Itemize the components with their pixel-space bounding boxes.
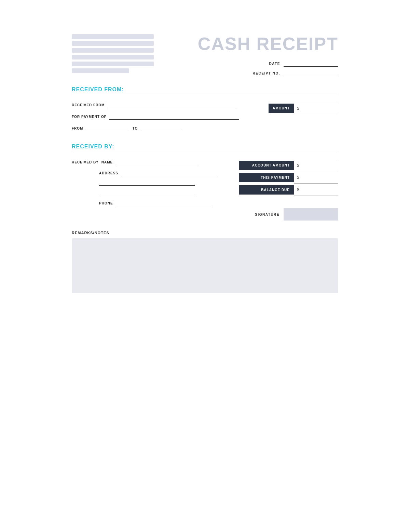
payment-summary: ACCOUNT AMOUNT $ THIS PAYMENT $ BALANCE … xyxy=(239,159,338,196)
received-by-name-row: RECEIVED BY NAME xyxy=(72,159,217,165)
company-line-5 xyxy=(72,62,154,66)
address-input-3[interactable] xyxy=(99,189,195,195)
address-input-2[interactable] xyxy=(99,179,195,186)
name-inner: NAME xyxy=(101,159,197,165)
signature-box[interactable] xyxy=(284,208,338,221)
account-currency: $ xyxy=(297,163,299,168)
for-payment-label: FOR PAYMENT OF xyxy=(72,115,107,119)
account-amount-row: ACCOUNT AMOUNT $ xyxy=(239,159,338,171)
company-info-lines xyxy=(72,34,154,73)
to-input[interactable] xyxy=(142,125,183,131)
remarks-label: REMARKS/NOTES xyxy=(72,231,338,235)
received-from-label: RECEIVED FROM xyxy=(72,103,105,107)
received-by-left-fields: RECEIVED BY NAME ADDRESS PHONE xyxy=(72,159,217,206)
to-label: TO xyxy=(132,127,138,130)
received-from-input[interactable] xyxy=(107,102,237,108)
received-from-fields: RECEIVED FROM FOR PAYMENT OF FROM TO xyxy=(72,102,255,131)
amount-box: AMOUNT $ xyxy=(269,102,338,114)
company-line-3 xyxy=(72,48,154,53)
amount-currency: $ xyxy=(297,106,299,111)
account-amount-label: ACCOUNT AMOUNT xyxy=(239,161,294,170)
receipt-page: CASH RECEIPT DATE RECEIPT NO. RECEIVED F… xyxy=(51,21,359,307)
receipt-no-input[interactable] xyxy=(284,70,338,76)
receipt-no-label: RECEIPT NO. xyxy=(253,71,280,75)
phone-input[interactable] xyxy=(116,200,211,206)
received-by-label: RECEIVED BY xyxy=(72,160,99,164)
company-line-2 xyxy=(72,41,154,46)
this-payment-row: THIS PAYMENT $ xyxy=(239,171,338,184)
received-from-field: RECEIVED FROM xyxy=(72,102,255,108)
address-rows: ADDRESS xyxy=(99,170,217,195)
this-payment-value[interactable]: $ xyxy=(294,171,338,184)
balance-due-label: BALANCE DUE xyxy=(239,185,294,195)
signature-row: SIGNATURE xyxy=(255,208,338,221)
received-from-heading: RECEIVED FROM: xyxy=(72,87,124,92)
from-input[interactable] xyxy=(87,125,128,131)
date-input[interactable] xyxy=(284,61,338,67)
signature-label: SIGNATURE xyxy=(255,213,279,216)
date-field-row: DATE xyxy=(269,61,338,67)
from-to-row: FROM TO xyxy=(72,125,255,131)
company-line-1 xyxy=(72,34,154,39)
name-input[interactable] xyxy=(115,159,197,165)
address-input-1[interactable] xyxy=(121,170,217,176)
received-from-content: RECEIVED FROM FOR PAYMENT OF FROM TO AMO… xyxy=(72,102,338,131)
name-label: NAME xyxy=(101,160,113,164)
balance-currency: $ xyxy=(297,187,299,192)
phone-label: PHONE xyxy=(99,201,113,205)
balance-due-row: BALANCE DUE $ xyxy=(239,184,338,196)
receipt-no-field-row: RECEIPT NO. xyxy=(253,70,338,76)
date-label: DATE xyxy=(269,62,280,66)
received-from-section-header: RECEIVED FROM: xyxy=(72,87,338,95)
company-line-6 xyxy=(72,68,129,73)
header-section: CASH RECEIPT DATE RECEIPT NO. xyxy=(72,34,338,76)
receipt-title: CASH RECEIPT xyxy=(198,34,338,54)
balance-due-value[interactable]: $ xyxy=(294,184,338,196)
amount-label: AMOUNT xyxy=(269,104,294,113)
from-label: FROM xyxy=(72,127,83,130)
account-amount-value[interactable]: $ xyxy=(294,159,338,171)
received-by-content: RECEIVED BY NAME ADDRESS PHONE xyxy=(72,159,338,221)
for-payment-field: FOR PAYMENT OF xyxy=(72,114,255,120)
amount-value[interactable]: $ xyxy=(294,102,338,114)
phone-row: PHONE xyxy=(99,200,217,206)
remarks-box[interactable] xyxy=(72,238,338,293)
this-payment-currency: $ xyxy=(297,175,299,180)
address-label: ADDRESS xyxy=(99,171,118,175)
remarks-section: REMARKS/NOTES xyxy=(72,231,338,293)
date-receipt-fields: DATE RECEIPT NO. xyxy=(198,61,338,76)
for-payment-input[interactable] xyxy=(109,114,239,120)
this-payment-label: THIS PAYMENT xyxy=(239,173,294,182)
payment-summary-area: ACCOUNT AMOUNT $ THIS PAYMENT $ BALANCE … xyxy=(226,159,338,221)
title-area: CASH RECEIPT DATE RECEIPT NO. xyxy=(198,34,338,76)
company-line-4 xyxy=(72,55,154,59)
received-by-section-header: RECEIVED BY: xyxy=(72,144,338,152)
received-by-heading: RECEIVED BY: xyxy=(72,144,114,149)
address-field: ADDRESS xyxy=(99,170,217,176)
